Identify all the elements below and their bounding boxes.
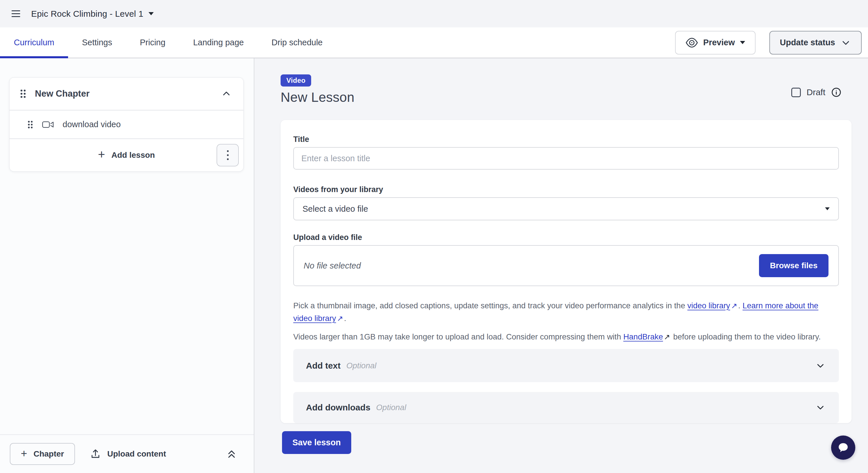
library-field-group: Videos from your library Select a video … — [293, 185, 839, 220]
add-downloads-accordion[interactable]: Add downloads Optional — [293, 392, 839, 423]
add-downloads-label: Add downloads — [306, 403, 370, 412]
update-status-button[interactable]: Update status — [769, 31, 862, 55]
upload-label: Upload a video file — [293, 232, 839, 242]
plus-icon: + — [98, 149, 105, 161]
title-field-group: Title — [293, 134, 839, 169]
handbrake-link[interactable]: HandBrake — [623, 332, 663, 341]
no-file-text: No file selected — [304, 261, 361, 271]
lesson-item[interactable]: download video — [9, 111, 243, 138]
tab-drip-schedule[interactable]: Drip schedule — [257, 27, 336, 58]
lesson-title-input[interactable] — [293, 147, 839, 169]
tab-pricing[interactable]: Pricing — [126, 27, 179, 58]
chevron-down-icon — [815, 360, 826, 372]
course-title: Epic Rock Climbing - Level 1 — [31, 9, 143, 19]
lesson-form-card: Title Videos from your library Select a … — [281, 120, 851, 423]
add-chapter-label: Chapter — [33, 449, 64, 459]
help-text: Videos larger than 1GB may take longer t… — [293, 332, 623, 341]
external-link-icon: ↗ — [663, 333, 671, 341]
lesson-title: download video — [63, 120, 121, 129]
optional-label: Optional — [346, 361, 376, 370]
add-lesson-row: + Add lesson — [9, 139, 243, 171]
upload-content-label: Upload content — [107, 449, 166, 459]
tab-label: Landing page — [193, 38, 244, 47]
help-text: before uploading them to the video libra… — [671, 332, 821, 341]
eye-icon — [685, 36, 698, 49]
chevron-down-icon — [815, 402, 826, 413]
add-lesson-button[interactable]: + Add lesson — [98, 150, 155, 161]
help-text: Pick a thumbnail image, add closed capti… — [293, 301, 687, 310]
kebab-menu-icon — [227, 150, 229, 160]
chevron-down-icon — [840, 37, 851, 48]
lesson-editor: Video New Lesson Draft — [254, 58, 868, 473]
video-library-select[interactable]: Select a video file — [293, 197, 839, 220]
tab-curriculum[interactable]: Curriculum — [0, 27, 68, 58]
page-body: New Chapter — [0, 58, 868, 473]
chevron-up-icon[interactable] — [221, 88, 232, 99]
add-text-label: Add text — [306, 361, 341, 371]
drag-handle-icon[interactable] — [20, 89, 26, 99]
external-link-icon: ↗ — [730, 302, 738, 310]
caret-down-icon — [740, 41, 745, 44]
chapter-options-button[interactable] — [217, 144, 239, 166]
hamburger-menu-icon[interactable] — [11, 10, 20, 17]
upload-content-button[interactable]: Upload content — [90, 448, 166, 460]
tab-label: Curriculum — [14, 38, 54, 47]
help-text: . — [344, 314, 346, 323]
draft-checkbox[interactable] — [791, 88, 801, 97]
sidebar-footer: + Chapter Upload content — [0, 434, 254, 473]
tab-label: Settings — [82, 38, 112, 47]
optional-label: Optional — [376, 403, 406, 412]
library-label: Videos from your library — [293, 185, 839, 194]
tabbar-actions: Preview Update status — [675, 27, 864, 58]
lesson-type-badge: Video — [281, 74, 311, 87]
upload-icon — [90, 448, 101, 460]
add-lesson-label: Add lesson — [111, 151, 155, 160]
update-status-label: Update status — [780, 38, 835, 47]
top-bar: Epic Rock Climbing - Level 1 — [0, 0, 868, 27]
selected-option: Select a video file — [303, 204, 368, 214]
chapter-title: New Chapter — [35, 89, 89, 99]
video-library-help-text: Pick a thumbnail image, add closed capti… — [293, 299, 839, 325]
browse-files-button[interactable]: Browse files — [759, 254, 829, 277]
curriculum-sidebar: New Chapter — [0, 58, 254, 473]
tab-bar: Curriculum Settings Pricing Landing page… — [0, 27, 868, 58]
chapter-header[interactable]: New Chapter — [9, 77, 243, 110]
file-size-help-text: Videos larger than 1GB may take longer t… — [293, 330, 839, 343]
drag-handle-icon[interactable] — [27, 120, 33, 129]
course-switcher[interactable]: Epic Rock Climbing - Level 1 — [31, 9, 154, 19]
caret-down-icon — [149, 12, 154, 15]
plus-icon: + — [21, 448, 27, 459]
external-link-icon: ↗ — [336, 314, 344, 323]
video-library-link[interactable]: video library — [687, 301, 730, 310]
preview-label: Preview — [703, 38, 735, 47]
upload-field-group: Upload a video file No file selected Bro… — [293, 232, 839, 286]
tab-landing-page[interactable]: Landing page — [179, 27, 258, 58]
page-title: New Lesson — [281, 89, 354, 105]
info-icon[interactable] — [831, 87, 841, 97]
collapse-all-icon[interactable] — [225, 448, 238, 460]
tab-settings[interactable]: Settings — [68, 27, 126, 58]
tab-label: Drip schedule — [271, 38, 322, 47]
app-window: Epic Rock Climbing - Level 1 Curriculum … — [0, 0, 868, 473]
help-text: . — [738, 301, 743, 310]
file-upload-box: No file selected Browse files — [293, 245, 839, 286]
caret-down-icon — [825, 208, 830, 210]
draft-toggle-group: Draft — [791, 87, 841, 97]
chat-bubble-icon — [836, 440, 850, 455]
tab-label: Pricing — [140, 38, 165, 47]
save-lesson-button[interactable]: Save lesson — [282, 431, 351, 454]
chapter-card: New Chapter — [9, 77, 244, 171]
video-camera-icon — [42, 120, 54, 129]
add-chapter-button[interactable]: + Chapter — [10, 443, 75, 465]
draft-label: Draft — [807, 87, 825, 97]
lesson-header: Video New Lesson Draft — [281, 74, 851, 105]
chat-widget-button[interactable] — [831, 436, 855, 460]
preview-button[interactable]: Preview — [675, 31, 756, 55]
title-label: Title — [293, 134, 839, 144]
add-text-accordion[interactable]: Add text Optional — [293, 349, 839, 382]
